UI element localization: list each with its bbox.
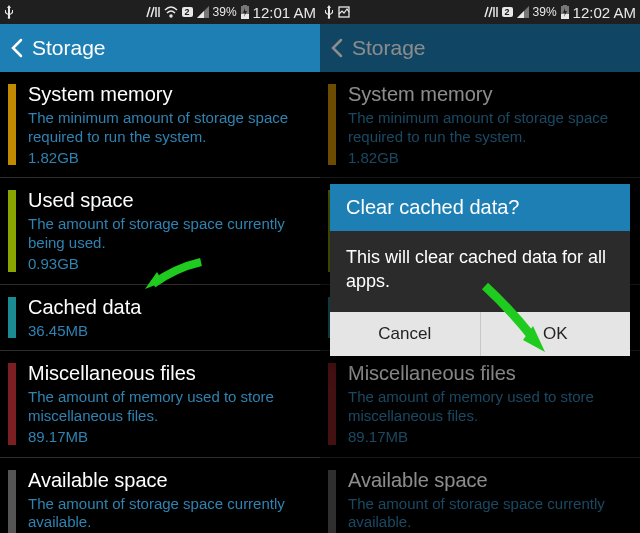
row-available-space[interactable]: Available space The amount of storage sp… bbox=[0, 458, 320, 534]
row-system-memory[interactable]: System memory The minimum amount of stor… bbox=[320, 72, 640, 178]
color-bar bbox=[8, 84, 16, 165]
svg-rect-2 bbox=[243, 5, 247, 7]
color-bar bbox=[328, 84, 336, 165]
row-system-memory[interactable]: System memory The minimum amount of stor… bbox=[0, 72, 320, 178]
row-used-space[interactable]: Used space The amount of storage space c… bbox=[0, 178, 320, 284]
app-bar: Storage bbox=[0, 24, 320, 72]
dialog-actions: Cancel OK bbox=[330, 312, 630, 356]
svg-rect-6 bbox=[563, 5, 567, 7]
nfc-icon bbox=[146, 6, 160, 18]
row-value: 89.17MB bbox=[28, 428, 306, 447]
app-bar: Storage bbox=[320, 24, 640, 72]
row-subtitle: The amount of storage space currently av… bbox=[28, 495, 306, 533]
signal-icon bbox=[517, 6, 529, 18]
battery-icon bbox=[561, 5, 569, 19]
dialog-body: This will clear cached data for all apps… bbox=[330, 231, 630, 312]
row-subtitle: The amount of memory used to store misce… bbox=[28, 388, 306, 426]
row-title: Used space bbox=[28, 188, 306, 213]
usb-icon bbox=[324, 5, 334, 19]
clock: 12:01 AM bbox=[253, 4, 316, 21]
status-bar: 2 39% 12:02 AM bbox=[320, 0, 640, 24]
color-bar bbox=[8, 363, 16, 444]
battery-percent: 39% bbox=[533, 5, 557, 19]
row-value: 89.17MB bbox=[348, 428, 626, 447]
right-pane: 2 39% 12:02 AM Storage System memory The… bbox=[320, 0, 640, 533]
back-icon[interactable] bbox=[330, 38, 344, 58]
battery-percent: 39% bbox=[213, 5, 237, 19]
status-bar: 2 39% 12:01 AM bbox=[0, 0, 320, 24]
clear-cache-dialog: Clear cached data? This will clear cache… bbox=[330, 184, 630, 356]
row-misc-files[interactable]: Miscellaneous files The amount of memory… bbox=[320, 351, 640, 457]
row-value: 1.82GB bbox=[348, 149, 626, 168]
ok-button[interactable]: OK bbox=[481, 312, 631, 356]
row-value: 0.93GB bbox=[28, 255, 306, 274]
row-subtitle: The amount of storage space currently be… bbox=[28, 215, 306, 253]
storage-list: System memory The minimum amount of stor… bbox=[0, 72, 320, 533]
row-subtitle: The amount of memory used to store misce… bbox=[348, 388, 626, 426]
wifi-icon bbox=[164, 6, 178, 18]
row-cached-data[interactable]: Cached data 36.45MB bbox=[0, 285, 320, 352]
dialog-title: Clear cached data? bbox=[330, 184, 630, 231]
color-bar bbox=[8, 190, 16, 271]
sim2-icon: 2 bbox=[182, 7, 193, 17]
color-bar bbox=[8, 297, 16, 339]
signal-icon bbox=[197, 6, 209, 18]
row-title: Cached data bbox=[28, 295, 306, 320]
row-subtitle: The amount of storage space currently av… bbox=[348, 495, 626, 533]
back-icon[interactable] bbox=[10, 38, 24, 58]
left-pane: 2 39% 12:01 AM Storage System memory The… bbox=[0, 0, 320, 533]
nfc-icon bbox=[484, 6, 498, 18]
row-title: Miscellaneous files bbox=[28, 361, 306, 386]
row-subtitle: The minimum amount of storage space requ… bbox=[348, 109, 626, 147]
row-title: Miscellaneous files bbox=[348, 361, 626, 386]
color-bar bbox=[328, 363, 336, 444]
clock: 12:02 AM bbox=[573, 4, 636, 21]
color-bar bbox=[328, 470, 336, 534]
row-available-space[interactable]: Available space The amount of storage sp… bbox=[320, 458, 640, 534]
app-bar-title: Storage bbox=[352, 36, 426, 60]
row-title: Available space bbox=[348, 468, 626, 493]
row-misc-files[interactable]: Miscellaneous files The amount of memory… bbox=[0, 351, 320, 457]
row-value: 36.45MB bbox=[28, 322, 306, 341]
cancel-button[interactable]: Cancel bbox=[330, 312, 481, 356]
color-bar bbox=[8, 470, 16, 534]
battery-icon bbox=[241, 5, 249, 19]
row-title: Available space bbox=[28, 468, 306, 493]
row-title: System memory bbox=[28, 82, 306, 107]
screenshot-icon bbox=[338, 6, 350, 18]
app-bar-title: Storage bbox=[32, 36, 106, 60]
usb-icon bbox=[4, 5, 14, 19]
row-subtitle: The minimum amount of storage space requ… bbox=[28, 109, 306, 147]
row-value: 1.82GB bbox=[28, 149, 306, 168]
row-title: System memory bbox=[348, 82, 626, 107]
sim2-icon: 2 bbox=[502, 7, 513, 17]
